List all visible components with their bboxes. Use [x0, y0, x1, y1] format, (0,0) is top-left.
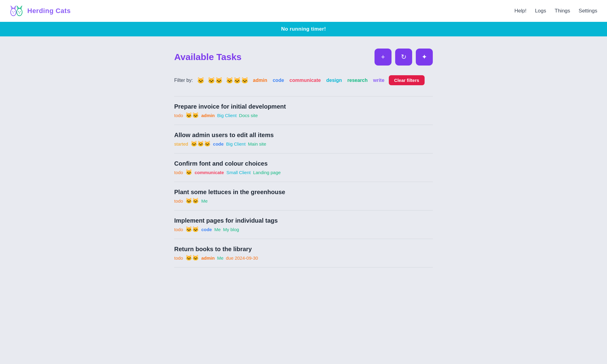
filter-tag-admin[interactable]: admin [252, 77, 268, 84]
task-tag[interactable]: admin [201, 113, 215, 118]
filter-tag-communicate[interactable]: communicate [288, 77, 322, 84]
cat-count-icon: 🐱🐱 [185, 197, 199, 204]
svg-point-9 [20, 11, 21, 12]
task-project[interactable]: Big Client [226, 141, 246, 147]
task-row: Return books to the library todo 🐱🐱 admi… [174, 239, 433, 268]
task-row: Prepare invoice for initial development … [174, 96, 433, 125]
timer-text: No running timer! [281, 26, 326, 32]
page-header: Available Tasks + ↻ ✦ [174, 49, 433, 66]
task-project[interactable]: Big Client [217, 113, 236, 118]
toolbar-buttons: + ↻ ✦ [375, 49, 433, 66]
task-site[interactable]: Docs site [239, 113, 258, 118]
task-status: todo [174, 198, 183, 204]
nav-settings[interactable]: Settings [579, 8, 597, 14]
cat-count-icon: 🐱🐱 [185, 112, 199, 119]
navbar: Herding Cats Help! Logs Things Settings [0, 0, 607, 22]
task-status: started [174, 141, 188, 147]
task-row: Confirm font and colour choices todo 🐱 c… [174, 153, 433, 182]
svg-marker-7 [20, 6, 22, 8]
filter-bar: Filter by: 🐱 🐱🐱 🐱🐱🐱 admin code communica… [174, 75, 433, 85]
cat-filter-2[interactable]: 🐱🐱 [208, 77, 223, 84]
task-tag[interactable]: communicate [195, 170, 224, 175]
main-content: Available Tasks + ↻ ✦ Filter by: 🐱 🐱🐱 🐱🐱… [167, 36, 440, 280]
task-title: Prepare invoice for initial development [174, 103, 433, 110]
svg-marker-6 [17, 6, 19, 8]
filter-tag-write[interactable]: write [372, 77, 385, 84]
svg-marker-1 [11, 6, 13, 8]
refresh-icon: ↻ [401, 53, 406, 61]
task-tag[interactable]: code [201, 227, 212, 232]
task-person[interactable]: Me [217, 255, 223, 261]
task-list: Prepare invoice for initial development … [174, 96, 433, 268]
cat-filter-1[interactable]: 🐱 [197, 77, 205, 84]
nav-logs[interactable]: Logs [535, 8, 546, 14]
filter-label: Filter by: [174, 78, 193, 83]
sparkle-icon: ✦ [422, 53, 427, 61]
task-title: Confirm font and colour choices [174, 160, 433, 167]
task-title: Plant some lettuces in the greenhouse [174, 189, 433, 196]
filter-tag-design[interactable]: design [325, 77, 343, 84]
task-row: Implement pages for individual tags todo… [174, 211, 433, 239]
task-row: Allow admin users to edit all items star… [174, 125, 433, 153]
task-meta: todo 🐱🐱 admin Me due 2024-09-30 [174, 254, 433, 261]
task-tag[interactable]: code [213, 141, 224, 147]
svg-point-0 [11, 8, 16, 16]
task-title: Return books to the library [174, 246, 433, 253]
task-tag[interactable]: admin [201, 255, 215, 261]
svg-point-3 [12, 11, 13, 12]
task-meta: todo 🐱🐱 admin Big Client Docs site [174, 112, 433, 119]
task-site[interactable]: Landing page [253, 170, 281, 175]
cat-count-icon: 🐱 [185, 169, 192, 176]
app-name: Herding Cats [27, 7, 71, 15]
add-task-button[interactable]: + [375, 49, 392, 66]
task-title: Implement pages for individual tags [174, 217, 433, 224]
timer-banner: No running timer! [0, 22, 607, 36]
task-meta: todo 🐱🐱 Me [174, 197, 433, 204]
task-row: Plant some lettuces in the greenhouse to… [174, 182, 433, 211]
svg-point-4 [14, 11, 15, 12]
task-status: todo [174, 255, 183, 261]
page-title: Available Tasks [174, 52, 242, 62]
svg-point-8 [18, 11, 19, 12]
cat-count-icon: 🐱🐱 [185, 254, 199, 261]
magic-button[interactable]: ✦ [416, 49, 433, 66]
task-due: due 2024-09-30 [226, 255, 258, 261]
filter-tag-code[interactable]: code [271, 77, 285, 84]
task-meta: todo 🐱 communicate Small Client Landing … [174, 169, 433, 176]
plus-icon: + [381, 53, 385, 61]
task-project[interactable]: Small Client [226, 170, 251, 175]
refresh-button[interactable]: ↻ [395, 49, 412, 66]
cat-filter-3[interactable]: 🐱🐱🐱 [226, 77, 249, 84]
task-site[interactable]: Main site [248, 141, 266, 147]
task-person[interactable]: Me [214, 227, 221, 232]
nav-help[interactable]: Help! [514, 8, 527, 14]
task-person[interactable]: Me [201, 198, 208, 204]
task-status: todo [174, 113, 183, 118]
clear-filters-button[interactable]: Clear filters [389, 75, 425, 85]
cat-count-icon: 🐱🐱 [185, 226, 199, 233]
task-title: Allow admin users to edit all items [174, 132, 433, 139]
task-meta: todo 🐱🐱 code Me My blog [174, 226, 433, 233]
nav-links: Help! Logs Things Settings [514, 8, 597, 14]
filter-tag-research[interactable]: research [346, 77, 369, 84]
task-status: todo [174, 170, 183, 175]
svg-marker-2 [14, 6, 16, 8]
svg-point-5 [17, 8, 22, 16]
task-status: todo [174, 227, 183, 232]
nav-things[interactable]: Things [555, 8, 570, 14]
task-meta: started 🐱🐱🐱 code Big Client Main site [174, 140, 433, 147]
cat-count-icon: 🐱🐱🐱 [191, 140, 211, 147]
logo-icon [10, 4, 24, 18]
task-site[interactable]: My blog [223, 227, 239, 232]
logo-area: Herding Cats [10, 4, 71, 18]
